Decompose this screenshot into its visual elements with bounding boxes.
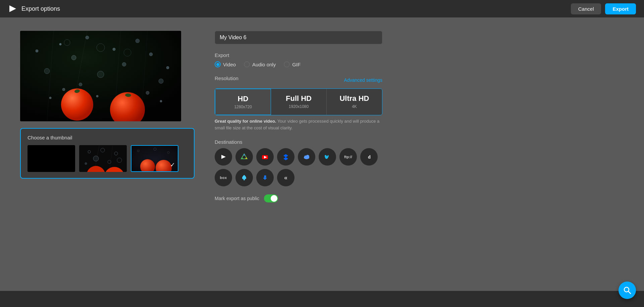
search-fab[interactable] bbox=[619, 282, 636, 299]
resolution-ultrahd-size: 4K bbox=[330, 104, 379, 109]
video-image bbox=[20, 31, 181, 121]
thumbnail-label: Choose a thumbnail bbox=[28, 135, 187, 140]
radio-audio-circle bbox=[244, 61, 250, 67]
svg-point-39 bbox=[85, 163, 87, 165]
dailymotion-icon: d bbox=[365, 152, 373, 161]
thumbnail-item-2[interactable] bbox=[79, 145, 127, 172]
main-content: Choose a thumbnail bbox=[0, 17, 644, 291]
resolution-hd[interactable]: HD 1280x720 bbox=[215, 88, 271, 115]
video-scene bbox=[20, 31, 181, 121]
toggle-label: Mark export as public bbox=[215, 196, 259, 201]
cancel-button[interactable]: Cancel bbox=[571, 3, 601, 14]
svg-rect-32 bbox=[28, 145, 75, 172]
destination-cloud[interactable] bbox=[298, 148, 315, 166]
svg-point-23 bbox=[61, 88, 93, 121]
svg-rect-76 bbox=[263, 178, 267, 179]
radio-video-label: Video bbox=[223, 62, 236, 67]
left-panel: Choose a thumbnail bbox=[20, 31, 195, 278]
search-icon bbox=[623, 286, 632, 295]
header: Export options Cancel Export bbox=[0, 0, 644, 17]
thumb1-image bbox=[28, 145, 75, 172]
svg-point-10 bbox=[166, 66, 169, 69]
vimeo-icon bbox=[323, 152, 332, 161]
destination-dailymotion[interactable]: d bbox=[360, 148, 378, 166]
radio-video[interactable]: Video bbox=[215, 61, 236, 67]
creativecloud-icon bbox=[240, 173, 249, 182]
destination-rewind[interactable]: « bbox=[277, 169, 294, 186]
radio-video-dot bbox=[216, 63, 219, 66]
svg-point-3 bbox=[59, 43, 61, 45]
resolution-fullhd[interactable]: Full HD 1920x1080 bbox=[271, 89, 327, 115]
toggle-knob bbox=[271, 195, 277, 202]
destination-google-drive[interactable] bbox=[235, 148, 253, 166]
export-button[interactable]: Export bbox=[605, 3, 636, 14]
radio-gif-circle bbox=[284, 61, 290, 67]
resolution-fullhd-size: 1920x1080 bbox=[274, 104, 323, 109]
facebook-icon bbox=[261, 173, 269, 182]
radio-audio[interactable]: Audio only bbox=[244, 61, 276, 67]
toggle-row: Mark export as public bbox=[215, 194, 382, 202]
destinations-grid: ftp:// d box bbox=[215, 148, 382, 186]
svg-point-5 bbox=[113, 48, 115, 51]
resolution-options: HD 1280x720 Full HD 1920x1080 Ultra HD 4… bbox=[215, 88, 382, 115]
svg-point-6 bbox=[136, 39, 140, 43]
svg-rect-69 bbox=[304, 157, 309, 158]
google-drive-icon bbox=[240, 152, 249, 161]
footer bbox=[0, 291, 644, 307]
logo-icon bbox=[8, 4, 17, 13]
export-radio-group: Video Audio only GIF bbox=[215, 61, 382, 67]
public-toggle[interactable] bbox=[264, 194, 278, 202]
advanced-settings-link[interactable]: Advanced settings bbox=[344, 77, 382, 83]
destination-box[interactable]: box bbox=[215, 169, 232, 186]
destination-youtube[interactable] bbox=[256, 148, 274, 166]
filename-input[interactable] bbox=[215, 31, 382, 44]
radio-video-circle bbox=[215, 61, 221, 67]
thumbnail-check-icon: ✓ bbox=[170, 161, 175, 169]
svg-text:d: d bbox=[368, 155, 371, 160]
thumb2-image bbox=[79, 145, 127, 172]
destinations-section: Destinations bbox=[215, 139, 382, 186]
svg-point-29 bbox=[96, 95, 98, 97]
thumbnail-item-3[interactable]: ✓ bbox=[131, 145, 178, 172]
cloud-icon bbox=[302, 152, 311, 161]
svg-line-79 bbox=[628, 291, 631, 294]
resolution-section: Resolution Advanced settings HD 1280x720… bbox=[215, 75, 382, 131]
wistia-icon bbox=[219, 152, 228, 161]
destination-dropbox[interactable] bbox=[277, 148, 294, 166]
quality-note-bold: Great quality for online video. bbox=[215, 119, 276, 124]
destinations-label: Destinations bbox=[215, 139, 382, 145]
destination-facebook[interactable] bbox=[256, 169, 274, 186]
destination-vimeo[interactable] bbox=[319, 148, 336, 166]
header-actions: Cancel Export bbox=[571, 3, 636, 14]
export-section: Export Video Audio only GIF bbox=[215, 52, 382, 67]
svg-point-37 bbox=[93, 156, 99, 161]
resolution-ultrahd[interactable]: Ultra HD 4K bbox=[327, 89, 382, 115]
svg-point-8 bbox=[149, 53, 153, 56]
svg-point-31 bbox=[160, 100, 162, 102]
svg-point-14 bbox=[159, 79, 163, 83]
thumbnail-item-1[interactable] bbox=[28, 145, 75, 172]
thumbnail-section: Choose a thumbnail bbox=[20, 128, 195, 179]
resolution-ultrahd-name: Ultra HD bbox=[330, 94, 379, 103]
destination-creativecloud[interactable] bbox=[235, 169, 253, 186]
radio-gif-label: GIF bbox=[292, 62, 301, 67]
youtube-icon bbox=[261, 152, 269, 161]
resolution-label: Resolution bbox=[215, 75, 238, 81]
svg-point-12 bbox=[122, 62, 126, 66]
svg-marker-0 bbox=[9, 5, 16, 12]
thumbnail-list: ✓ bbox=[28, 145, 187, 172]
header-left: Export options bbox=[8, 4, 60, 13]
resolution-fullhd-name: Full HD bbox=[274, 94, 323, 103]
svg-point-7 bbox=[71, 55, 76, 60]
right-panel: Export Video Audio only GIF bbox=[215, 31, 382, 278]
radio-gif[interactable]: GIF bbox=[284, 61, 301, 67]
resolution-header: Resolution Advanced settings bbox=[215, 75, 382, 84]
destination-ftp[interactable]: ftp:// bbox=[339, 148, 357, 166]
destination-wistia[interactable] bbox=[215, 148, 232, 166]
svg-point-15 bbox=[79, 83, 82, 86]
quality-note: Great quality for online video. Your vid… bbox=[215, 118, 382, 131]
page-title: Export options bbox=[21, 5, 60, 12]
svg-point-13 bbox=[36, 50, 38, 52]
export-section-label: Export bbox=[215, 52, 382, 58]
resolution-hd-name: HD bbox=[219, 95, 267, 103]
